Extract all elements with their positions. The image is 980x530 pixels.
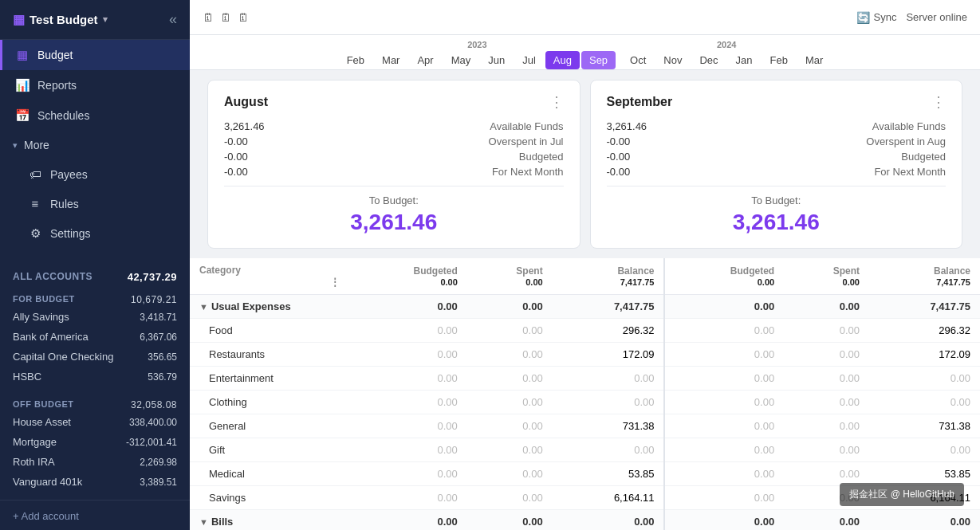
account-vanguard-401k[interactable]: Vanguard 401k 3,389.51 bbox=[0, 472, 190, 492]
calendar-icon-1[interactable]: 🗓 bbox=[203, 11, 214, 24]
payees-nav-label: Payees bbox=[50, 168, 88, 181]
item-sep-budgeted[interactable]: 0.00 bbox=[664, 343, 784, 367]
table-row[interactable]: Entertainment 0.00 0.00 0.00 0.00 0.00 0… bbox=[190, 367, 980, 391]
item-sep-spent[interactable]: 0.00 bbox=[784, 414, 869, 438]
item-sep-budgeted[interactable]: 0.00 bbox=[664, 367, 784, 391]
item-sep-spent[interactable]: 0.00 bbox=[784, 462, 869, 486]
month-may-2023[interactable]: May bbox=[443, 51, 479, 69]
group-sep-budgeted[interactable]: 0.00 bbox=[664, 510, 784, 531]
item-aug-budgeted[interactable]: 0.00 bbox=[349, 462, 467, 486]
nav-schedules[interactable]: 📅 Schedules bbox=[0, 100, 190, 131]
month-jul-2023[interactable]: Jul bbox=[514, 51, 544, 69]
group-sep-budgeted[interactable]: 0.00 bbox=[664, 295, 784, 319]
item-aug-budgeted[interactable]: 0.00 bbox=[349, 343, 467, 367]
sync-button[interactable]: 🔄 Sync bbox=[856, 11, 896, 24]
budget-title[interactable]: ▦ Test Budget ▾ bbox=[13, 12, 108, 27]
item-aug-budgeted[interactable]: 0.00 bbox=[349, 391, 467, 414]
account-roth-ira[interactable]: Roth IRA 2,269.98 bbox=[0, 452, 190, 472]
rules-nav-label: Rules bbox=[50, 198, 79, 210]
month-aug-2023[interactable]: Aug bbox=[545, 51, 580, 69]
table-row[interactable]: Restaurants 0.00 0.00 172.09 0.00 0.00 1… bbox=[190, 343, 980, 367]
item-aug-spent[interactable]: 0.00 bbox=[467, 438, 553, 462]
group-toggle-icon[interactable]: ▼ bbox=[199, 517, 208, 527]
sep-divider bbox=[607, 186, 947, 186]
item-sep-budgeted[interactable]: 0.00 bbox=[664, 414, 784, 438]
item-sep-balance: 0.00 bbox=[869, 367, 980, 391]
table-row[interactable]: General 0.00 0.00 731.38 0.00 0.00 731.3… bbox=[190, 414, 980, 438]
table-row[interactable]: ▼Usual Expenses 0.00 0.00 7,417.75 0.00 … bbox=[190, 295, 980, 319]
nav-reports[interactable]: 📊 Reports bbox=[0, 70, 190, 100]
item-sep-spent[interactable]: 0.00 bbox=[784, 367, 869, 391]
nav-budget[interactable]: ▦ Budget bbox=[0, 40, 190, 70]
item-aug-spent[interactable]: 0.00 bbox=[467, 391, 553, 414]
item-sep-spent[interactable]: 0.00 bbox=[784, 319, 869, 343]
item-sep-spent[interactable]: 0.00 bbox=[784, 391, 869, 414]
item-sep-budgeted[interactable]: 0.00 bbox=[664, 462, 784, 486]
category-menu-icon[interactable]: ⋮ bbox=[330, 277, 340, 288]
month-oct-2024[interactable]: Oct bbox=[622, 51, 654, 69]
month-nov-2024[interactable]: Nov bbox=[655, 51, 690, 69]
nav-settings[interactable]: ⚙ Settings bbox=[0, 218, 190, 249]
month-feb-2023[interactable]: Feb bbox=[339, 51, 372, 69]
table-row[interactable]: Medical 0.00 0.00 53.85 0.00 0.00 53.85 bbox=[190, 462, 980, 486]
account-mortgage[interactable]: Mortgage -312,001.41 bbox=[0, 432, 190, 452]
group-aug-budgeted[interactable]: 0.00 bbox=[349, 510, 467, 531]
group-aug-budgeted[interactable]: 0.00 bbox=[349, 295, 467, 319]
month-dec-2024[interactable]: Dec bbox=[691, 51, 726, 69]
sep-to-budget-label: To Budget: bbox=[607, 194, 947, 206]
account-capital-one[interactable]: Capital One Checking 356.65 bbox=[0, 347, 190, 367]
group-sep-spent[interactable]: 0.00 bbox=[784, 295, 869, 319]
account-bank-of-america[interactable]: Bank of America 6,367.06 bbox=[0, 327, 190, 347]
month-jun-2023[interactable]: Jun bbox=[480, 51, 513, 69]
september-menu-icon[interactable]: ⋮ bbox=[931, 93, 946, 111]
item-sep-spent[interactable]: 0.00 bbox=[784, 438, 869, 462]
item-aug-budgeted[interactable]: 0.00 bbox=[349, 414, 467, 438]
item-sep-budgeted[interactable]: 0.00 bbox=[664, 391, 784, 414]
item-aug-budgeted[interactable]: 0.00 bbox=[349, 486, 467, 510]
item-sep-budgeted[interactable]: 0.00 bbox=[664, 486, 784, 510]
item-sep-spent[interactable]: 0.00 bbox=[784, 486, 869, 510]
group-aug-spent[interactable]: 0.00 bbox=[467, 295, 553, 319]
sep-available-value: 3,261.46 bbox=[607, 120, 647, 132]
item-sep-budgeted[interactable]: 0.00 bbox=[664, 319, 784, 343]
item-aug-spent[interactable]: 0.00 bbox=[467, 486, 553, 510]
table-row[interactable]: Savings 0.00 0.00 6,164.11 0.00 0.00 6,1… bbox=[190, 486, 980, 510]
nav-rules[interactable]: ≡ Rules bbox=[0, 189, 190, 218]
item-aug-spent[interactable]: 0.00 bbox=[467, 462, 553, 486]
month-mar-2024[interactable]: Mar bbox=[797, 51, 831, 69]
item-aug-budgeted[interactable]: 0.00 bbox=[349, 367, 467, 391]
group-sep-spent[interactable]: 0.00 bbox=[784, 510, 869, 531]
item-sep-budgeted[interactable]: 0.00 bbox=[664, 438, 784, 462]
nav-more[interactable]: ▾ More bbox=[0, 131, 190, 159]
item-sep-balance: 296.32 bbox=[869, 319, 980, 343]
add-account-button[interactable]: + Add account bbox=[0, 500, 190, 530]
month-feb-2024[interactable]: Feb bbox=[762, 51, 796, 69]
account-ally-savings[interactable]: Ally Savings 3,418.71 bbox=[0, 307, 190, 327]
item-sep-spent[interactable]: 0.00 bbox=[784, 343, 869, 367]
item-aug-spent[interactable]: 0.00 bbox=[467, 367, 553, 391]
all-accounts-header[interactable]: All accounts 42,737.29 bbox=[0, 266, 190, 288]
item-aug-budgeted[interactable]: 0.00 bbox=[349, 319, 467, 343]
month-sep-2023[interactable]: Sep bbox=[581, 51, 616, 69]
calendar-icon-3[interactable]: 🗓 bbox=[238, 11, 249, 24]
month-mar-2023[interactable]: Mar bbox=[374, 51, 407, 69]
group-aug-spent[interactable]: 0.00 bbox=[467, 510, 553, 531]
table-row[interactable]: ▼Bills 0.00 0.00 0.00 0.00 0.00 0.00 bbox=[190, 510, 980, 531]
group-toggle-icon[interactable]: ▼ bbox=[199, 302, 208, 312]
item-aug-budgeted[interactable]: 0.00 bbox=[349, 438, 467, 462]
table-row[interactable]: Clothing 0.00 0.00 0.00 0.00 0.00 0.00 bbox=[190, 391, 980, 414]
table-row[interactable]: Gift 0.00 0.00 0.00 0.00 0.00 0.00 bbox=[190, 438, 980, 462]
item-aug-spent[interactable]: 0.00 bbox=[467, 343, 553, 367]
account-hsbc[interactable]: HSBC 536.79 bbox=[0, 367, 190, 387]
august-menu-icon[interactable]: ⋮ bbox=[549, 93, 564, 111]
month-apr-2023[interactable]: Apr bbox=[409, 51, 441, 69]
month-jan-2024[interactable]: Jan bbox=[728, 51, 761, 69]
item-aug-spent[interactable]: 0.00 bbox=[467, 319, 553, 343]
item-aug-spent[interactable]: 0.00 bbox=[467, 414, 553, 438]
account-house-asset[interactable]: House Asset 338,400.00 bbox=[0, 412, 190, 432]
collapse-sidebar-button[interactable]: « bbox=[169, 11, 177, 28]
calendar-icon-2[interactable]: 🗓 bbox=[220, 11, 231, 24]
group-name-cell: ▼Bills bbox=[190, 510, 349, 531]
table-row[interactable]: Food 0.00 0.00 296.32 0.00 0.00 296.32 bbox=[190, 319, 980, 343]
nav-payees[interactable]: 🏷 Payees bbox=[0, 159, 190, 189]
